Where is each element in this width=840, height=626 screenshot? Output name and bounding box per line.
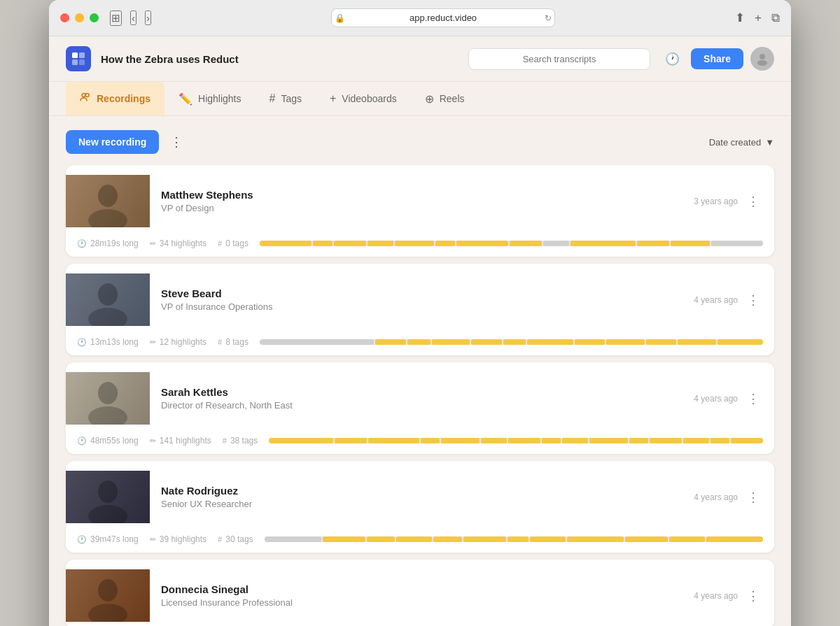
tags-icon: # <box>270 92 276 105</box>
timeline-segment <box>260 339 374 345</box>
timeline-segment <box>368 241 393 246</box>
timeline-segment <box>265 536 321 542</box>
tags-text: 8 tags <box>225 337 248 347</box>
timeline-segment <box>527 339 573 345</box>
timeline-segment <box>650 438 682 443</box>
tags-meta: # 0 tags <box>218 239 248 248</box>
recording-menu-button[interactable]: ⋮ <box>743 488 763 507</box>
more-options-button[interactable]: ⋮ <box>166 131 187 152</box>
svg-point-21 <box>98 579 118 602</box>
svg-point-4 <box>760 54 765 59</box>
maximize-button[interactable] <box>90 13 99 22</box>
tab-tags-label: Tags <box>281 93 302 104</box>
reload-icon[interactable]: ↻ <box>545 13 552 23</box>
close-button[interactable] <box>60 13 69 22</box>
recording-menu-button[interactable]: ⋮ <box>743 290 763 310</box>
timeline-segment <box>706 536 763 542</box>
highlight-icon: ✏ <box>150 239 156 248</box>
timeline-segment <box>575 339 606 345</box>
search-input[interactable] <box>468 48 650 70</box>
recordings-list: Matthew Stephens VP of Design 3 years ag… <box>66 165 774 626</box>
card-thumbnail <box>66 372 150 425</box>
svg-rect-2 <box>72 59 78 65</box>
svg-point-15 <box>98 382 118 404</box>
timeline-segment <box>456 241 508 246</box>
share-button[interactable]: Share <box>691 48 743 69</box>
tags-text: 38 tags <box>230 436 258 446</box>
duration-text: 39m47s long <box>90 534 139 544</box>
timeline-segment <box>269 438 333 443</box>
timeline-bar <box>260 241 763 246</box>
card-info: Nate Rodriguez Senior UX Researcher <box>150 482 694 512</box>
recording-name: Sarah Kettles <box>161 386 682 398</box>
tab-videoboards[interactable]: + Videoboards <box>316 82 411 115</box>
tab-recordings[interactable]: Recordings <box>66 82 164 115</box>
duration-text: 48m55s long <box>90 436 139 446</box>
new-recording-button[interactable]: New recording <box>66 130 159 154</box>
recording-menu-button[interactable]: ⋮ <box>743 586 763 606</box>
forward-button[interactable]: › <box>145 10 151 25</box>
url-input[interactable] <box>331 8 555 27</box>
timeline-segment <box>508 438 540 443</box>
history-button[interactable]: 🕐 <box>660 47 684 71</box>
timeline-segment <box>503 339 526 345</box>
titlebar: ⊞ ‹ › 🔒 ↻ ⬆ + ⧉ <box>49 0 791 36</box>
tag-icon: # <box>218 239 222 248</box>
sort-label: Date created <box>709 137 761 148</box>
recording-time-ago: 4 years ago <box>694 492 738 502</box>
card-top: Nate Rodriguez Senior UX Researcher 4 ye… <box>66 461 774 530</box>
timeline-segment <box>471 339 502 345</box>
sort-control[interactable]: Date created ▼ <box>709 137 774 148</box>
share-icon[interactable]: ⬆ <box>735 10 745 25</box>
recording-time-ago: 4 years ago <box>694 295 738 305</box>
duration-meta: 🕐 48m55s long <box>77 436 139 446</box>
tab-tags[interactable]: # Tags <box>255 82 316 115</box>
titlebar-right: ⬆ + ⧉ <box>735 10 780 25</box>
recording-card[interactable]: Donnecia Sinegal Licensed Insurance Prof… <box>66 560 774 626</box>
timeline-segment <box>669 536 705 542</box>
timeline-segment <box>543 241 569 246</box>
content-area: New recording ⋮ Date created ▼ <box>49 116 791 626</box>
timeline-bar <box>260 339 763 345</box>
tag-icon: # <box>218 535 222 543</box>
tab-highlights[interactable]: ✏️ Highlights <box>164 82 255 115</box>
new-tab-icon[interactable]: + <box>755 11 762 25</box>
tags-meta: # 38 tags <box>223 436 258 446</box>
card-top: Sarah Kettles Director of Research, Nort… <box>66 362 774 432</box>
recording-card[interactable]: Matthew Stephens VP of Design 3 years ag… <box>66 165 774 257</box>
tab-reels[interactable]: ⊕ Reels <box>411 82 479 115</box>
timeline-segment <box>637 241 669 246</box>
recording-menu-button[interactable]: ⋮ <box>743 389 763 408</box>
highlights-meta: ✏ 12 highlights <box>150 337 206 347</box>
timeline-segment <box>433 536 462 542</box>
recording-card[interactable]: Nate Rodriguez Senior UX Researcher 4 ye… <box>66 461 774 553</box>
tabs-icon[interactable]: ⧉ <box>771 11 780 25</box>
minimize-button[interactable] <box>75 13 84 22</box>
card-thumbnail <box>66 175 150 227</box>
clock-icon: 🕐 <box>77 436 87 446</box>
recording-role: Senior UX Researcher <box>161 499 682 509</box>
highlights-icon: ✏️ <box>178 92 192 106</box>
recording-card[interactable]: Steve Beard VP of Insurance Operations 4… <box>66 264 774 355</box>
timeline-segment <box>671 241 710 246</box>
clock-icon: 🕐 <box>77 535 87 544</box>
timeline-segment <box>718 339 763 345</box>
duration-meta: 🕐 13m13s long <box>77 337 139 347</box>
card-thumbnail <box>66 471 150 523</box>
timeline-segment <box>710 438 729 443</box>
timeline-segment <box>542 438 561 443</box>
sidebar-toggle-button[interactable]: ⊞ <box>110 10 122 26</box>
duration-text: 28m19s long <box>90 239 139 248</box>
recording-menu-button[interactable]: ⋮ <box>743 192 763 211</box>
avatar[interactable] <box>750 47 774 71</box>
timeline-segment <box>711 241 763 246</box>
timeline-segment <box>432 339 470 345</box>
recording-time-ago: 3 years ago <box>694 197 738 206</box>
highlights-meta: ✏ 34 highlights <box>150 239 206 248</box>
card-bottom: 🕐 13m13s long ✏ 12 highlights # 8 tags <box>66 333 774 355</box>
back-button[interactable]: ‹ <box>130 10 136 25</box>
recording-card[interactable]: Sarah Kettles Director of Research, Nort… <box>66 362 774 454</box>
lock-icon: 🔒 <box>335 13 345 23</box>
recordings-toolbar: New recording ⋮ Date created ▼ <box>66 130 774 154</box>
timeline-segment <box>323 536 365 542</box>
